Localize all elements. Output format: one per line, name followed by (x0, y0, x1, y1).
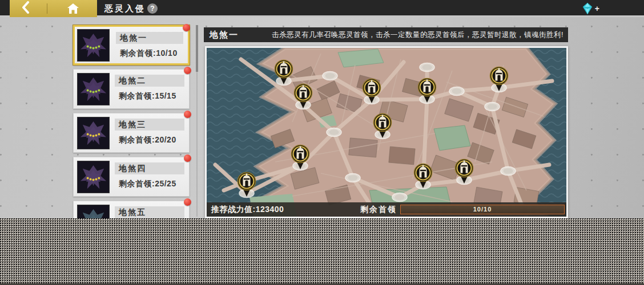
stage-list-item[interactable]: 地煞一 剩余首领:10/10 (73, 25, 190, 65)
boss-progress-bar: 10/10 (400, 205, 565, 214)
stage-remaining-bosses: 剩余首领:10/10 (116, 48, 183, 59)
top-bar: 恶灵入侵 ? + (0, 0, 644, 17)
stage-title: 地煞一 (116, 32, 183, 44)
page-title: 恶灵入侵 (104, 0, 146, 17)
chevron-left-icon (21, 1, 30, 14)
stage-name-label: 地煞一 (204, 30, 239, 40)
notification-badge (184, 67, 191, 74)
stage-remaining-bosses: 剩余首领:20/20 (115, 135, 184, 145)
map-footer-bar: 推荐战力值:123400 剩余首领 10/10 (207, 202, 566, 217)
notification-badge (184, 198, 191, 206)
notification-badge (184, 154, 191, 162)
stage-thumbnail (77, 117, 110, 149)
game-screen: 恶灵入侵 ? + (0, 0, 644, 285)
scrollbar-thumb[interactable] (196, 25, 198, 72)
stage-list: 地煞一 剩余首领:10/10 地煞二 剩余首领:15/15 (73, 25, 190, 245)
stage-list-item[interactable]: 地煞二 剩余首领:15/15 (73, 69, 190, 109)
stage-title: 地煞五 (115, 206, 184, 218)
city-map (207, 48, 566, 217)
stage-description: 击杀恶灵有几率召唤恶灵首领，击杀一定数量的恶灵首领后，恶灵暂时退散，镇魂街胜利! (272, 30, 568, 40)
currency-add-button[interactable]: + (581, 2, 599, 15)
stage-list-item[interactable]: 地煞四 剩余首领:25/25 (73, 157, 190, 197)
stage-list-item[interactable]: 地煞三 剩余首领:20/20 (73, 113, 190, 153)
recommended-power-label: 推荐战力值:123400 (207, 205, 284, 215)
help-button[interactable]: ? (147, 3, 158, 14)
home-button[interactable] (67, 3, 79, 14)
stage-title: 地煞四 (115, 162, 184, 174)
stage-remaining-bosses: 剩余首领:15/15 (115, 91, 184, 101)
back-button[interactable] (18, 1, 34, 16)
stage-thumbnail (77, 29, 110, 62)
boss-progress-value: 10/10 (401, 205, 564, 214)
stage-title: 地煞二 (115, 75, 184, 87)
notification-badge (183, 24, 190, 31)
gem-icon (581, 2, 594, 15)
stage-info-bar: 地煞一 击杀恶灵有几率召唤恶灵首领，击杀一定数量的恶灵首领后，恶灵暂时退散，镇魂… (204, 27, 568, 42)
home-icon (67, 3, 79, 14)
bottom-dither-overlay (0, 218, 644, 285)
stage-remaining-bosses: 剩余首领:25/25 (115, 179, 184, 189)
plus-label: + (595, 4, 599, 13)
stage-thumbnail (77, 73, 110, 105)
city-map-panel: 推荐战力值:123400 剩余首领 10/10 (205, 46, 568, 218)
notification-badge (184, 111, 191, 118)
remaining-boss-label: 剩余首领 (360, 205, 397, 215)
stage-thumbnail (77, 161, 110, 193)
stage-title: 地煞三 (115, 119, 184, 131)
top-bar-gold-section (10, 0, 97, 17)
divider (47, 3, 47, 14)
